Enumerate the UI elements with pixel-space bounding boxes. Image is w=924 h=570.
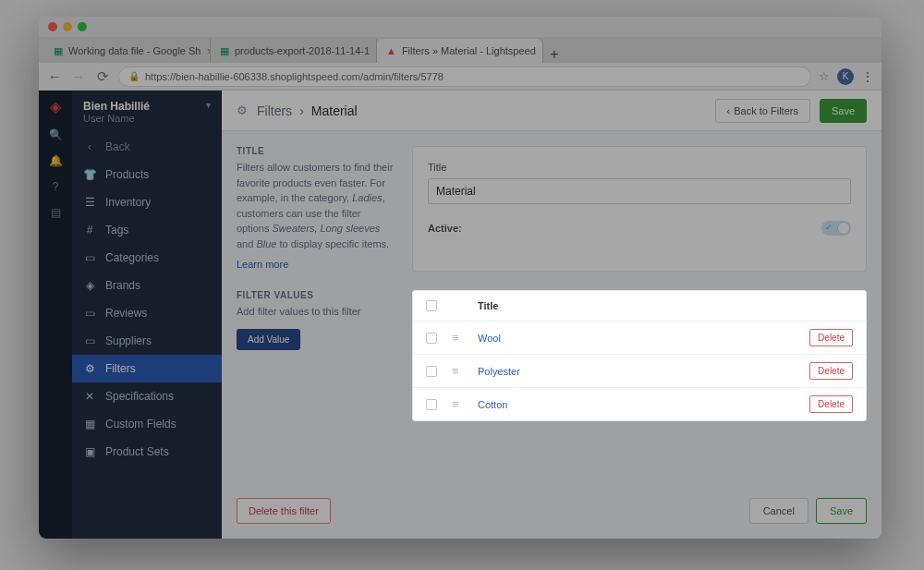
search-icon[interactable]: 🔍 bbox=[49, 128, 63, 141]
footer-actions: Delete this filter Cancel Save bbox=[237, 483, 867, 524]
chevron-down-icon: ▾ bbox=[206, 100, 211, 110]
user-name: User Name bbox=[83, 113, 150, 124]
lightspeed-logo-icon[interactable]: ◈ bbox=[50, 98, 61, 115]
active-toggle[interactable]: ✓ bbox=[821, 221, 851, 236]
inventory-icon: ☰ bbox=[83, 196, 96, 209]
grid-icon: ▦ bbox=[83, 418, 96, 431]
folder-icon: ▭ bbox=[83, 251, 96, 264]
tab-label: Filters » Material - Lightspeed bbox=[402, 45, 536, 56]
learn-more-link[interactable]: Learn more bbox=[237, 259, 288, 270]
drag-handle-icon[interactable]: ≡ bbox=[452, 364, 457, 378]
bell-icon[interactable]: 🔔 bbox=[49, 154, 63, 167]
forward-button[interactable]: → bbox=[70, 68, 87, 84]
delete-filter-button[interactable]: Delete this filter bbox=[237, 498, 331, 524]
filter-values-table: Title ≡ Wool Delete ≡ Polyester bbox=[412, 290, 867, 421]
table-row: ≡ Cotton Delete bbox=[413, 388, 866, 420]
hash-icon: # bbox=[83, 224, 96, 236]
icon-rail: ◈ 🔍 🔔 ? ▤ bbox=[39, 91, 72, 539]
breadcrumb-parent[interactable]: Filters bbox=[257, 103, 292, 118]
sheets-icon: ▦ bbox=[220, 45, 229, 56]
column-title: Title bbox=[478, 300, 797, 311]
delete-row-button[interactable]: Delete bbox=[809, 395, 853, 413]
sliders-icon: ⚙ bbox=[237, 103, 248, 117]
values-section-heading: FILTER VALUES bbox=[237, 290, 394, 300]
nav-label: Product Sets bbox=[105, 445, 169, 458]
url-text: https://bien-habillie-606338.shoplightsp… bbox=[145, 71, 444, 82]
delete-row-button[interactable]: Delete bbox=[809, 329, 853, 346]
drag-handle-icon[interactable]: ≡ bbox=[452, 331, 457, 345]
apps-icon[interactable]: ▤ bbox=[51, 206, 61, 219]
filter-value-link[interactable]: Wool bbox=[478, 333, 501, 344]
browser-tab-bar: ▦ Working data file - Google Sh × ▦ prod… bbox=[39, 37, 881, 63]
tab-label: Working data file - Google Sh bbox=[68, 45, 201, 56]
save-button[interactable]: Save bbox=[820, 99, 867, 123]
drag-handle-icon[interactable]: ≡ bbox=[452, 397, 457, 411]
box-icon: ▣ bbox=[83, 445, 96, 458]
browser-tab-2[interactable]: ▲ Filters » Material - Lightspeed × bbox=[377, 39, 543, 63]
nav-products[interactable]: 👕 Products bbox=[72, 161, 222, 188]
browser-tab-1[interactable]: ▦ products-export-2018-11-14-1 × bbox=[211, 39, 377, 63]
tshirt-icon: 👕 bbox=[83, 168, 96, 181]
url-input[interactable]: 🔒 https://bien-habillie-606338.shoplight… bbox=[118, 67, 811, 87]
flame-icon: ▲ bbox=[386, 45, 396, 56]
row-checkbox[interactable] bbox=[426, 399, 437, 410]
table-header: Title bbox=[413, 291, 866, 321]
maximize-window[interactable] bbox=[78, 22, 87, 31]
bookmark-button[interactable]: ☆ bbox=[819, 69, 830, 83]
title-card: Title Active: ✓ bbox=[412, 146, 867, 272]
cancel-button[interactable]: Cancel bbox=[749, 498, 808, 524]
nav-label: Categories bbox=[105, 251, 159, 264]
nav-filters[interactable]: ⚙ Filters bbox=[72, 355, 222, 382]
window-controls bbox=[39, 17, 881, 37]
nav-label: Inventory bbox=[105, 196, 151, 209]
delete-row-button[interactable]: Delete bbox=[809, 362, 853, 380]
nav-label: Custom Fields bbox=[105, 418, 176, 431]
nav-categories[interactable]: ▭ Categories bbox=[72, 244, 222, 272]
nav-label: Tags bbox=[105, 224, 128, 236]
nav-brands[interactable]: ◈ Brands bbox=[72, 272, 222, 299]
tab-label: products-export-2018-11-14-1 bbox=[235, 45, 370, 56]
row-checkbox[interactable] bbox=[426, 333, 437, 344]
user-avatar[interactable]: K bbox=[837, 68, 854, 85]
chevron-left-icon: ‹ bbox=[727, 105, 731, 116]
filter-value-link[interactable]: Polyester bbox=[478, 366, 520, 377]
nav-label: Specifications bbox=[105, 390, 174, 403]
browser-menu-button[interactable]: ⋮ bbox=[861, 69, 874, 84]
save-button-footer[interactable]: Save bbox=[816, 498, 867, 524]
nav-back[interactable]: ‹ Back bbox=[72, 133, 222, 161]
shop-selector[interactable]: Bien Habillié User Name ▾ bbox=[72, 91, 222, 133]
nav-reviews[interactable]: ▭ Reviews bbox=[72, 299, 222, 327]
title-section-heading: TITLE bbox=[237, 146, 394, 156]
chat-icon: ▭ bbox=[83, 307, 96, 320]
nav-label: Reviews bbox=[105, 307, 147, 320]
minimize-window[interactable] bbox=[63, 22, 72, 31]
browser-tab-0[interactable]: ▦ Working data file - Google Sh × bbox=[44, 39, 211, 63]
row-checkbox[interactable] bbox=[426, 366, 437, 377]
nav-label: Brands bbox=[105, 279, 140, 292]
select-all-checkbox[interactable] bbox=[426, 300, 437, 311]
nav-specifications[interactable]: ✕ Specifications bbox=[72, 382, 222, 410]
nav-label: Products bbox=[105, 168, 149, 181]
back-button[interactable]: ← bbox=[46, 68, 63, 84]
nav-suppliers[interactable]: ▭ Suppliers bbox=[72, 327, 222, 355]
shop-name: Bien Habillié bbox=[83, 100, 150, 113]
filter-value-link[interactable]: Cotton bbox=[478, 399, 507, 410]
title-input[interactable] bbox=[428, 178, 851, 204]
help-icon[interactable]: ? bbox=[53, 180, 59, 193]
back-to-filters-button[interactable]: ‹ Back to Filters bbox=[715, 99, 810, 123]
diamond-icon: ◈ bbox=[83, 279, 96, 292]
nav-inventory[interactable]: ☰ Inventory bbox=[72, 188, 222, 216]
sliders-icon: ⚙ bbox=[83, 362, 96, 375]
chevron-left-icon: ‹ bbox=[83, 140, 96, 153]
page-header: ⚙ Filters › Material ‹ Back to Filters S… bbox=[222, 91, 881, 131]
truck-icon: ▭ bbox=[83, 334, 96, 347]
add-value-button[interactable]: Add Value bbox=[237, 329, 300, 350]
close-window[interactable] bbox=[48, 22, 57, 31]
sidebar: Bien Habillié User Name ▾ ‹ Back 👕 Produ… bbox=[72, 91, 222, 539]
nav-product-sets[interactable]: ▣ Product Sets bbox=[72, 438, 222, 466]
new-tab-button[interactable]: + bbox=[543, 46, 565, 63]
nav-custom-fields[interactable]: ▦ Custom Fields bbox=[72, 410, 222, 438]
title-section-description: Filters allow customers to find their fa… bbox=[237, 160, 394, 251]
nav-tags[interactable]: # Tags bbox=[72, 216, 222, 244]
reload-button[interactable]: ⟳ bbox=[94, 68, 111, 85]
